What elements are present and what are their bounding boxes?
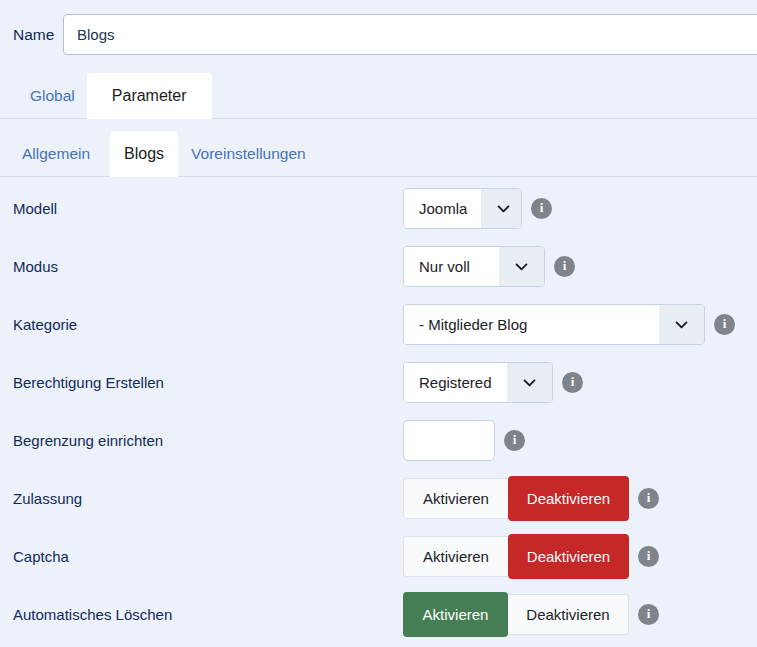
chevron-down-icon bbox=[481, 189, 522, 228]
modus-select-value: Nur voll bbox=[404, 247, 499, 286]
form-row-kategorie: Kategorie - Mitglieder Blog i bbox=[0, 295, 757, 353]
modell-select-value: Joomla bbox=[404, 189, 481, 228]
captcha-deaktivieren-button[interactable]: Deaktivieren bbox=[508, 534, 629, 579]
zulassung-toggle: Aktivieren Deaktivieren bbox=[403, 476, 629, 521]
info-icon[interactable]: i bbox=[714, 314, 735, 335]
form-row-captcha: Captcha Aktivieren Deaktivieren i bbox=[0, 527, 757, 585]
field-label-begrenzung: Begrenzung einrichten bbox=[13, 432, 403, 449]
modell-select[interactable]: Joomla bbox=[403, 188, 522, 229]
berechtigung-select-value: Registered bbox=[404, 363, 507, 402]
zulassung-aktivieren-button[interactable]: Aktivieren bbox=[403, 478, 508, 519]
field-label-zulassung: Zulassung bbox=[13, 490, 403, 507]
chevron-down-icon bbox=[659, 305, 704, 344]
field-label-kategorie: Kategorie bbox=[13, 316, 403, 333]
sub-tab-bar: Allgemein Blogs Voreinstellungen bbox=[0, 131, 757, 177]
name-field-row: Name bbox=[0, 14, 757, 55]
info-icon[interactable]: i bbox=[638, 604, 659, 625]
info-icon[interactable]: i bbox=[504, 430, 525, 451]
kategorie-select[interactable]: - Mitglieder Blog bbox=[403, 304, 705, 345]
form-row-modell: Modell Joomla i bbox=[0, 179, 757, 237]
form-row-begrenzung: Begrenzung einrichten i bbox=[0, 411, 757, 469]
autoloeschen-aktivieren-button[interactable]: Aktivieren bbox=[403, 592, 508, 637]
begrenzung-input[interactable] bbox=[403, 420, 495, 461]
tab-parameter[interactable]: Parameter bbox=[87, 73, 212, 119]
name-input[interactable] bbox=[63, 14, 757, 55]
zulassung-deaktivieren-button[interactable]: Deaktivieren bbox=[508, 476, 629, 521]
field-label-autoloeschen: Automatisches Löschen bbox=[13, 606, 403, 623]
chevron-down-icon bbox=[507, 363, 552, 402]
form-row-berechtigung: Berechtigung Erstellen Registered i bbox=[0, 353, 757, 411]
main-tab-bar: Global Parameter bbox=[0, 73, 757, 119]
form-row-zulassung: Zulassung Aktivieren Deaktivieren i bbox=[0, 469, 757, 527]
info-icon[interactable]: i bbox=[562, 372, 583, 393]
field-label-modus: Modus bbox=[13, 258, 403, 275]
info-icon[interactable]: i bbox=[531, 198, 552, 219]
name-field-label: Name bbox=[13, 14, 54, 55]
captcha-toggle: Aktivieren Deaktivieren bbox=[403, 534, 629, 579]
parameter-form: Modell Joomla i Modus Nur voll i Kategor… bbox=[0, 179, 757, 643]
field-label-modell: Modell bbox=[13, 200, 403, 217]
field-label-captcha: Captcha bbox=[13, 548, 403, 565]
form-row-autoloeschen: Automatisches Löschen Aktivieren Deaktiv… bbox=[0, 585, 757, 643]
captcha-aktivieren-button[interactable]: Aktivieren bbox=[403, 536, 508, 577]
autoloeschen-toggle: Aktivieren Deaktivieren bbox=[403, 592, 629, 637]
kategorie-select-value: - Mitglieder Blog bbox=[404, 305, 659, 344]
form-row-modus: Modus Nur voll i bbox=[0, 237, 757, 295]
subtab-allgemein[interactable]: Allgemein bbox=[22, 131, 98, 176]
subtab-voreinstellungen[interactable]: Voreinstellungen bbox=[183, 131, 314, 176]
tab-global[interactable]: Global bbox=[22, 73, 83, 118]
info-icon[interactable]: i bbox=[554, 256, 575, 277]
field-label-berechtigung: Berechtigung Erstellen bbox=[13, 374, 403, 391]
modus-select[interactable]: Nur voll bbox=[403, 246, 545, 287]
info-icon[interactable]: i bbox=[638, 546, 659, 567]
autoloeschen-deaktivieren-button[interactable]: Deaktivieren bbox=[508, 594, 629, 635]
subtab-blogs[interactable]: Blogs bbox=[110, 131, 178, 177]
chevron-down-icon bbox=[499, 247, 544, 286]
info-icon[interactable]: i bbox=[638, 488, 659, 509]
berechtigung-select[interactable]: Registered bbox=[403, 362, 553, 403]
